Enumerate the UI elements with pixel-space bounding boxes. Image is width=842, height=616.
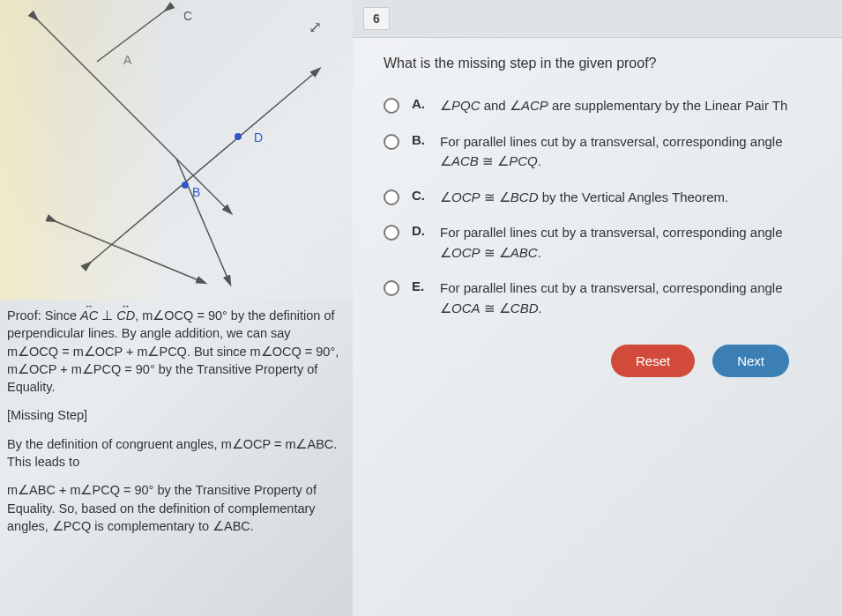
question-text: What is the missing step in the given pr… [384,56,842,71]
svg-point-5 [235,133,242,140]
expand-icon[interactable]: ⤢ [309,18,326,35]
option-c[interactable]: C. ∠OCP ≅ ∠BCD by the Vertical Angles Th… [384,188,842,208]
option-letter: E. [412,278,429,293]
reset-button[interactable]: Reset [611,345,695,377]
question-number: 6 [363,7,390,30]
left-panel: ⤢ C A D B Proof: Since ↔AC ⊥ ↔CD, m∠OCQ … [0,0,353,616]
label-c: C [183,9,192,23]
svg-line-0 [35,18,229,212]
proof-paragraph-1: Proof: Since ↔AC ⊥ ↔CD, m∠OCQ = 90° by t… [7,307,342,396]
proof-missing-step: [Missing Step] [7,406,342,424]
svg-line-2 [53,220,203,282]
label-a: A [123,53,131,67]
svg-line-3 [97,9,168,62]
svg-line-4 [176,159,229,282]
label-b: B [192,185,200,199]
option-d[interactable]: D. For parallel lines cut by a transvers… [384,223,842,263]
proof-text: Proof: Since ↔AC ⊥ ↔CD, m∠OCQ = 90° by t… [0,300,353,553]
radio-icon[interactable] [384,98,399,114]
option-text: For parallel lines cut by a transversal,… [440,132,783,172]
option-text: ∠OCP ≅ ∠BCD by the Vertical Angles Theor… [440,188,728,208]
option-text: For parallel lines cut by a transversal,… [440,278,783,318]
proof-paragraph-3: By the definition of congruent angles, m… [7,435,342,471]
geometry-diagram [0,0,353,300]
option-letter: D. [412,223,429,238]
diagram-area: ⤢ C A D B [0,0,353,300]
option-letter: C. [412,188,429,203]
question-body: What is the missing step in the given pr… [353,38,842,395]
radio-icon[interactable] [384,280,399,296]
option-e[interactable]: E. For parallel lines cut by a transvers… [384,278,842,318]
radio-icon[interactable] [384,134,399,150]
options-list: A. ∠PQC and ∠ACP are supplementary by th… [384,96,842,318]
next-button[interactable]: Next [712,345,789,377]
proof-paragraph-4: m∠ABC + m∠PCQ = 90° by the Transitive Pr… [7,481,342,535]
label-d: D [254,130,263,145]
svg-point-6 [182,182,189,189]
radio-icon[interactable] [384,189,399,205]
option-letter: B. [412,132,429,147]
svg-line-1 [88,71,317,264]
option-text: ∠PQC and ∠ACP are supplementary by the L… [440,96,787,116]
radio-icon[interactable] [384,225,399,241]
question-number-bar: 6 [353,0,842,38]
button-row: Reset Next [384,345,842,377]
right-panel: 6 What is the missing step in the given … [353,0,842,616]
option-letter: A. [412,96,429,111]
option-text: For parallel lines cut by a transversal,… [440,223,783,263]
option-b[interactable]: B. For parallel lines cut by a transvers… [384,132,842,172]
option-a[interactable]: A. ∠PQC and ∠ACP are supplementary by th… [384,96,842,116]
